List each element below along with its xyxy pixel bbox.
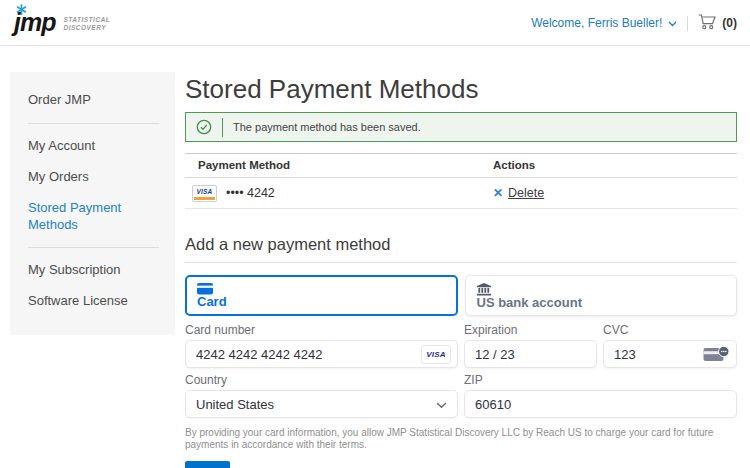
sidebar-divider (28, 247, 159, 248)
visa-card-icon: VISA (192, 185, 217, 202)
table-row: VISA •••• 4242 ✕ Delete (185, 178, 737, 209)
logo-tagline: Statistical Discovery (63, 16, 110, 33)
header-divider (687, 16, 688, 31)
sidebar-nav: Order JMP My Account My Orders Stored Pa… (10, 72, 175, 335)
card-last4: •••• 4242 (226, 186, 275, 200)
account-menu-link[interactable]: Welcome, Ferris Bueller! (531, 16, 677, 30)
sidebar-divider (28, 123, 159, 124)
zip-group: ZIP (464, 374, 737, 418)
main-content: Stored Payment Methods The payment metho… (185, 70, 737, 468)
add-payment-heading: Add a new payment method (185, 235, 737, 263)
cart-count: (0) (722, 16, 737, 30)
cvc-label: CVC (603, 324, 737, 337)
cvc-group: CVC (603, 324, 737, 368)
table-header-row: Payment Method Actions (185, 153, 737, 178)
card-number-input[interactable] (185, 340, 458, 368)
chevron-down-icon (436, 397, 447, 412)
column-header-payment-method: Payment Method (185, 154, 493, 177)
payment-methods-table: Payment Method Actions VISA •••• 4242 ✕ … (185, 153, 737, 209)
card-number-label: Card number (185, 324, 458, 337)
chevron-down-icon (668, 16, 677, 30)
top-header: jmp Statistical Discovery Welcome, Ferri… (0, 0, 750, 46)
delete-payment-method-link[interactable]: ✕ Delete (493, 186, 737, 200)
zip-input[interactable] (464, 390, 737, 418)
terms-disclaimer: By providing your card information, you … (185, 427, 737, 451)
jmp-star-icon (16, 4, 27, 15)
card-number-group: Card number VISA (185, 324, 458, 368)
expiration-label: Expiration (464, 324, 597, 337)
check-circle-icon (196, 119, 212, 135)
sidebar-item-software-license[interactable]: Software License (10, 286, 175, 317)
sidebar-item-order-jmp[interactable]: Order JMP (10, 85, 175, 116)
sidebar-item-my-account[interactable]: My Account (10, 131, 175, 162)
expiration-input[interactable] (464, 340, 597, 368)
country-label: Country (185, 374, 458, 387)
alert-message: The payment method has been saved. (233, 121, 421, 133)
country-selected-value: United States (196, 397, 274, 412)
delete-x-icon: ✕ (493, 187, 503, 199)
tab-card[interactable]: Card (185, 275, 458, 316)
actions-cell: ✕ Delete (493, 186, 737, 200)
zip-label: ZIP (464, 374, 737, 387)
country-group: Country United States (185, 374, 458, 418)
add-button[interactable]: Add (185, 461, 230, 468)
cvc-card-icon (703, 345, 730, 363)
welcome-text: Welcome, Ferris Bueller! (531, 16, 662, 30)
tab-us-bank-account[interactable]: US bank account (465, 275, 738, 316)
sidebar-item-my-subscription[interactable]: My Subscription (10, 255, 175, 286)
sidebar-item-my-orders[interactable]: My Orders (10, 162, 175, 193)
sidebar-item-stored-payment-methods[interactable]: Stored Payment Methods (10, 193, 175, 241)
credit-card-icon (197, 283, 446, 295)
cart-button[interactable]: (0) (698, 13, 737, 34)
success-alert: The payment method has been saved. (185, 112, 737, 142)
visa-brand-badge: VISA (421, 345, 451, 364)
cart-icon (698, 13, 717, 34)
jmp-logo[interactable]: jmp Statistical Discovery (14, 7, 110, 37)
column-header-actions: Actions (493, 154, 737, 177)
payment-method-tabs: Card US bank account (185, 275, 737, 316)
expiration-group: Expiration (464, 324, 597, 368)
payment-method-cell: VISA •••• 4242 (185, 185, 493, 202)
page-title: Stored Payment Methods (185, 74, 737, 104)
country-select[interactable]: United States (185, 390, 458, 418)
alert-divider (222, 118, 223, 137)
